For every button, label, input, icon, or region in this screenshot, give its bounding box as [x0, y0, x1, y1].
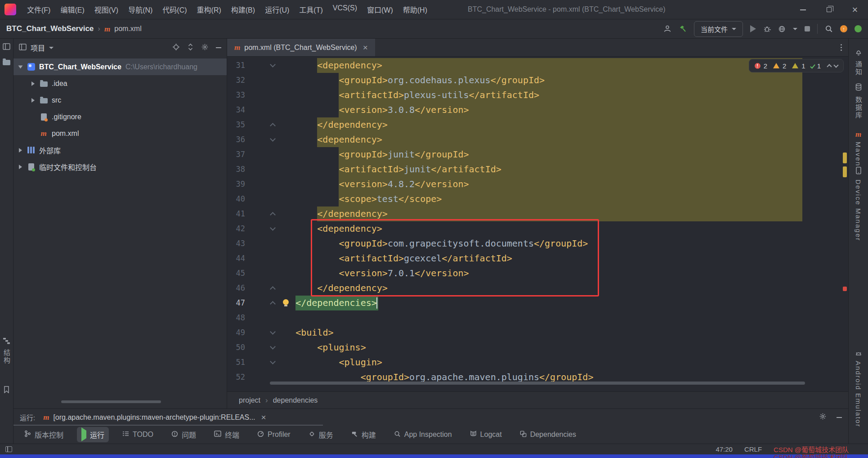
- chevron-down-icon[interactable]: [793, 28, 797, 30]
- line-number[interactable]: 52: [227, 370, 245, 385]
- chevron-down-icon[interactable]: [49, 47, 54, 49]
- menu-item-5[interactable]: 重构(R): [192, 2, 226, 17]
- code-line-34[interactable]: 34 <version>3.0.8</version>: [227, 103, 848, 117]
- line-number[interactable]: 49: [227, 325, 245, 340]
- line-number[interactable]: 31: [227, 58, 245, 73]
- tab-options-icon[interactable]: [841, 44, 842, 45]
- tree-chevron-icon[interactable]: [18, 65, 23, 68]
- code-line-38[interactable]: 38 <artifactId>junit</artifactId>: [227, 162, 848, 177]
- line-number[interactable]: 45: [227, 266, 245, 281]
- code-line-40[interactable]: 40 <scope>test</scope>: [227, 192, 848, 207]
- warning-stripe-mark[interactable]: [843, 153, 847, 163]
- line-number[interactable]: 38: [227, 162, 245, 177]
- coverage-icon[interactable]: [778, 25, 786, 33]
- line-number[interactable]: 36: [227, 132, 245, 147]
- tool-window-button-version-control[interactable]: 版本控制: [20, 427, 68, 442]
- restore-button[interactable]: [816, 0, 842, 19]
- close-button[interactable]: ×: [842, 0, 868, 19]
- line-number[interactable]: 43: [227, 236, 245, 251]
- code-line-35[interactable]: 35 </dependency>: [227, 117, 848, 132]
- menu-item-9[interactable]: VCS(S): [328, 2, 362, 17]
- editor-tab[interactable]: m pom.xml (BTC_Chart_WebService) ×: [227, 39, 375, 56]
- structure-tool-button[interactable]: 结构: [0, 337, 13, 364]
- line-number[interactable]: 50: [227, 340, 245, 355]
- search-icon[interactable]: [825, 25, 833, 33]
- bookmark-icon[interactable]: [0, 386, 13, 393]
- menu-item-2[interactable]: 视图(V): [90, 2, 123, 17]
- tree-item-0[interactable]: BTC_Chart_WebServiceC:\Users\richardhuan…: [13, 58, 227, 75]
- tool-window-button-build[interactable]: 构建: [347, 427, 380, 442]
- settings-gear-icon[interactable]: [201, 43, 209, 53]
- code-text[interactable]: <build>: [274, 325, 333, 340]
- next-problem-icon[interactable]: [833, 63, 838, 67]
- code-text[interactable]: </dependencies>: [274, 296, 377, 310]
- tool-stripe-device-manager[interactable]: Device Manager: [849, 166, 868, 241]
- line-number[interactable]: 34: [227, 103, 245, 117]
- code-line-47[interactable]: 47 </dependencies>: [227, 296, 848, 310]
- stop-icon[interactable]: [805, 26, 810, 31]
- line-number[interactable]: 41: [227, 207, 245, 221]
- line-number[interactable]: 37: [227, 147, 245, 162]
- caret-position[interactable]: 47:20: [716, 445, 733, 453]
- tree-chevron-icon[interactable]: [19, 148, 22, 153]
- line-number[interactable]: 47: [227, 296, 245, 310]
- code-text[interactable]: <groupId>org.codehaus.plexus</groupId>: [274, 73, 545, 88]
- project-panel-scrollbar[interactable]: [61, 400, 161, 403]
- line-number[interactable]: 35: [227, 117, 245, 132]
- expand-collapse-icon[interactable]: [187, 43, 194, 53]
- menu-item-8[interactable]: 工具(T): [295, 2, 327, 17]
- tab-close-icon[interactable]: ×: [261, 413, 266, 422]
- code-line-51[interactable]: 51 <plugin>: [227, 355, 848, 370]
- line-number[interactable]: 32: [227, 73, 245, 88]
- project-panel-title[interactable]: 项目: [31, 42, 45, 53]
- code-line-48[interactable]: 48: [227, 310, 848, 325]
- code-line-33[interactable]: 33 <artifactId>plexus-utils</artifactId>: [227, 88, 848, 103]
- tool-window-button-app-inspection[interactable]: App Inspection: [389, 428, 456, 441]
- tree-chevron-icon[interactable]: [31, 98, 35, 103]
- tool-stripe-maven[interactable]: mMaven: [849, 130, 868, 166]
- tool-window-button-services[interactable]: 服务: [304, 427, 338, 442]
- code-line-32[interactable]: 32 <groupId>org.codehaus.plexus</groupId…: [227, 73, 848, 88]
- code-line-39[interactable]: 39 <version>4.8.2</version>: [227, 177, 848, 192]
- line-number[interactable]: 48: [227, 310, 245, 325]
- code-text[interactable]: <version>4.8.2</version>: [274, 177, 469, 192]
- tree-item-1[interactable]: .idea: [13, 75, 227, 92]
- editor-hscrollbar[interactable]: [270, 382, 805, 385]
- breadcrumb-file[interactable]: pom.xml: [114, 25, 141, 33]
- tree-item-6[interactable]: 临时文件和控制台: [13, 158, 227, 175]
- menu-item-0[interactable]: 文件(F): [22, 2, 55, 17]
- locate-file-icon[interactable]: [172, 43, 180, 53]
- menu-item-6[interactable]: 构建(B): [227, 2, 260, 17]
- tool-stripe-database[interactable]: 数据库: [849, 83, 868, 119]
- tab-close-icon[interactable]: ×: [363, 43, 368, 53]
- tool-window-button-profiler[interactable]: Profiler: [253, 428, 295, 441]
- line-number[interactable]: 33: [227, 88, 245, 103]
- code-text[interactable]: <dependency>: [274, 58, 382, 73]
- code-text[interactable]: </dependency>: [274, 117, 388, 132]
- tool-window-button-logcat[interactable]: Logcat: [465, 428, 506, 441]
- code-line-50[interactable]: 50 <plugins>: [227, 340, 848, 355]
- tool-window-button-run[interactable]: 运行: [77, 427, 109, 442]
- line-number[interactable]: 51: [227, 355, 245, 370]
- menu-item-4[interactable]: 代码(C): [158, 2, 191, 17]
- run-configuration-selector[interactable]: 当前文件: [694, 21, 743, 37]
- tree-chevron-icon[interactable]: [31, 81, 35, 86]
- settings-gear-icon[interactable]: [819, 413, 827, 422]
- tool-window-button-terminal[interactable]: 终端: [210, 427, 244, 442]
- minimize-button[interactable]: [790, 0, 816, 19]
- error-stripe-mark[interactable]: [843, 287, 847, 291]
- code-text[interactable]: <scope>test</scope>: [274, 192, 442, 207]
- line-number[interactable]: 39: [227, 177, 245, 192]
- inspection-widget[interactable]: 2 2 1 1: [749, 59, 844, 72]
- run-tab[interactable]: m [org.apache.maven.plugins:maven-archet…: [43, 413, 266, 422]
- commit-folder-icon[interactable]: [0, 58, 13, 65]
- code-text[interactable]: <plugin>: [274, 355, 382, 370]
- project-view-icon[interactable]: [0, 43, 13, 50]
- warning-stripe-mark[interactable]: [843, 166, 847, 177]
- code-text[interactable]: <plugins>: [274, 340, 366, 355]
- line-number[interactable]: 46: [227, 281, 245, 296]
- tool-window-button-todo[interactable]: TODO: [118, 428, 158, 441]
- debug-icon[interactable]: [763, 25, 771, 33]
- code-line-36[interactable]: 36 <dependency>: [227, 132, 848, 147]
- previous-problem-icon[interactable]: [827, 64, 832, 69]
